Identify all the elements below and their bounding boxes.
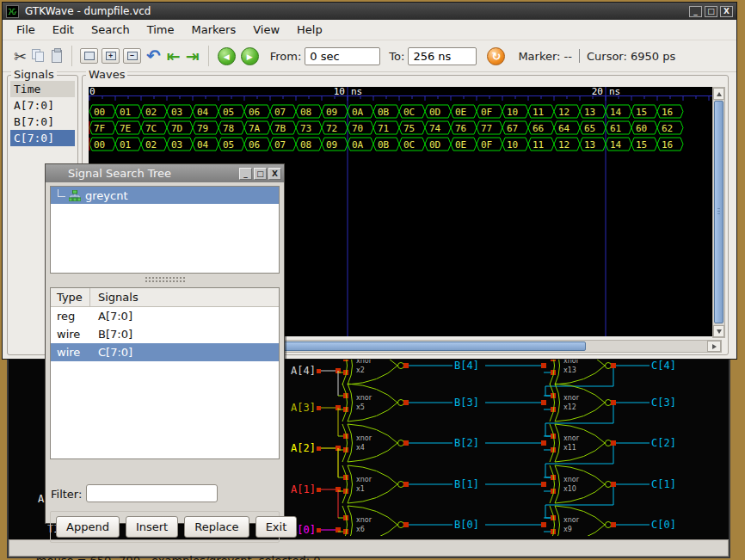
dialog-button-append[interactable]: Append [56,516,120,538]
svg-text:x5: x5 [356,403,365,411]
svg-text:xnor: xnor [563,516,580,524]
svg-text:73: 73 [300,123,311,134]
svg-text:xnor: xnor [563,434,580,442]
column-header-signals[interactable]: Signals [90,288,279,306]
svg-text:x1: x1 [356,485,365,493]
svg-text:x10: x10 [563,485,576,493]
reload-button[interactable]: ↻ [487,47,505,65]
svg-text:A: A [38,493,45,505]
menu-item-edit[interactable]: Edit [44,21,83,39]
svg-text:75: 75 [403,123,415,134]
to-input[interactable] [408,47,477,65]
menu-item-view[interactable]: View [244,21,288,39]
shift-left-icon[interactable]: ⇤ [167,46,181,65]
svg-text:13: 13 [584,139,595,151]
svg-text:10: 10 [507,107,518,118]
svg-text:0E: 0E [455,107,466,118]
signal-search-tree-dialog: Signal Search Tree _ □ X greycnt [45,163,285,524]
zoom-fit-button[interactable] [80,48,98,64]
tree-item-greycnt[interactable]: greycnt [51,187,279,204]
schematic-status-text: mouse = 650 -790 - examples/greycnt sele… [36,554,321,560]
signal-item[interactable]: A[7:0] [10,97,75,114]
next-edge-button[interactable]: ▶ [241,47,259,65]
vertical-scroll-thumb[interactable] [714,101,723,323]
dialog-signal-row[interactable]: wireC[7:0] [51,343,279,361]
svg-text:xnor: xnor [356,476,372,483]
signals-table: Type Signals regA[7:0]wireB[7:0]wireC[7:… [50,287,280,459]
svg-text:C[0]: C[0] [651,519,676,531]
prev-edge-button[interactable]: ◀ [218,47,236,65]
svg-text:11: 11 [533,139,544,151]
dialog-minimize-button[interactable]: _ [239,168,252,180]
svg-text:x11: x11 [563,444,576,452]
dialog-title-bar[interactable]: Signal Search Tree _ □ X [46,164,284,182]
svg-text:C[4]: C[4] [651,360,676,372]
signal-type: wire [51,328,90,343]
svg-text:04: 04 [197,107,209,118]
svg-text:64: 64 [558,123,570,134]
svg-text:B[1]: B[1] [454,478,479,490]
menu-item-time[interactable]: Time [139,21,183,39]
minimize-button[interactable]: _ [689,6,702,17]
svg-text:15: 15 [636,107,647,118]
svg-text:7E: 7E [120,123,131,134]
menu-item-file[interactable]: File [8,21,44,39]
menu-item-help[interactable]: Help [288,21,331,39]
close-button[interactable]: X [720,6,733,17]
svg-text:04: 04 [197,139,209,151]
dialog-button-exit[interactable]: Exit [256,516,298,538]
menu-item-markers[interactable]: Markers [182,21,244,39]
svg-text:7D: 7D [171,123,182,134]
svg-text:13: 13 [584,107,595,118]
signal-item[interactable]: B[7:0] [10,114,75,130]
title-bar[interactable]: GTKWave - dumpfile.vcd _ □ X [3,3,736,20]
svg-text:10: 10 [334,87,345,97]
cut-icon[interactable]: ✂ [14,47,27,65]
dialog-signal-row[interactable]: regA[7:0] [51,307,279,325]
from-input[interactable] [305,47,380,65]
paste-icon[interactable] [52,50,62,63]
scroll-right-button[interactable] [707,341,721,352]
menu-bar: FileEditSearchTimeMarkersViewHelp [3,20,736,40]
svg-text:12: 12 [558,107,570,118]
svg-text:72: 72 [326,123,337,134]
svg-text:0B: 0B [378,107,390,118]
svg-text:0F: 0F [481,107,492,118]
svg-text:09: 09 [326,139,337,151]
dialog-button-replace[interactable]: Replace [184,516,249,538]
copy-icon[interactable] [32,49,46,63]
zoom-undo-icon[interactable]: ↶ [146,46,161,66]
dialog-maximize-button[interactable]: □ [254,168,267,180]
svg-text:C[2]: C[2] [651,437,676,449]
svg-text:79: 79 [197,123,208,134]
dialog-signal-row[interactable]: wireB[7:0] [51,325,279,343]
signal-item[interactable]: C[7:0] [10,130,75,146]
zoom-in-button[interactable]: + [102,48,120,64]
svg-text:78: 78 [223,123,234,134]
waves-vertical-scrollbar[interactable] [712,87,725,338]
signal-name: C[7:0] [90,346,279,361]
scroll-down-button[interactable] [713,325,724,337]
menu-item-search[interactable]: Search [83,21,139,39]
svg-text:65: 65 [584,123,595,134]
svg-text:B[0]: B[0] [454,519,479,531]
filter-input[interactable] [86,484,218,502]
svg-text:77: 77 [481,123,492,134]
shift-right-icon[interactable]: ⇥ [186,46,200,65]
zoom-out-button[interactable]: − [123,48,141,64]
signals-time-header[interactable]: Time [10,81,75,97]
svg-text:ns: ns [609,87,620,97]
dialog-close-button[interactable]: X [268,168,281,180]
svg-text:x2: x2 [356,366,365,374]
maximize-button[interactable]: □ [705,6,717,17]
scroll-up-button[interactable] [713,88,724,100]
dialog-button-insert[interactable]: Insert [126,516,178,538]
svg-text:08: 08 [300,139,311,151]
svg-text:06: 06 [249,139,260,151]
svg-text:02: 02 [145,107,157,118]
column-header-type[interactable]: Type [51,288,90,306]
pane-splitter[interactable] [49,277,280,285]
svg-text:ns: ns [351,87,362,97]
svg-text:0D: 0D [429,139,440,151]
from-label: From: [270,50,302,63]
